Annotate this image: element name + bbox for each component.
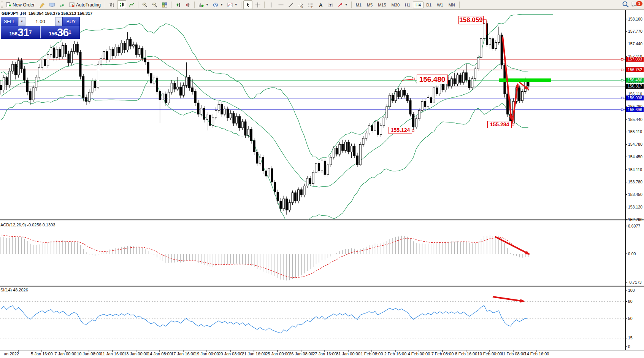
chart-shift-button[interactable] bbox=[183, 0, 192, 9]
ohlc-values: 156.354 156.375 156.213 156.317 bbox=[29, 11, 92, 16]
trendline-icon bbox=[288, 2, 294, 8]
chevron-down-icon: ▼ bbox=[345, 3, 348, 6]
trendline-button[interactable] bbox=[286, 0, 295, 9]
shapes-button[interactable]: ▼ bbox=[336, 0, 349, 9]
toolbar-handle bbox=[1, 2, 3, 8]
timeframe-h1[interactable]: H1 bbox=[402, 2, 413, 8]
crosshair-button[interactable] bbox=[253, 0, 262, 9]
timeframe-h4[interactable]: H4 bbox=[413, 2, 424, 8]
cursor-button[interactable] bbox=[243, 0, 252, 9]
time-axis-label: 13 Jan 00:00 bbox=[124, 352, 148, 356]
indicators-icon bbox=[198, 2, 204, 8]
hline-button[interactable] bbox=[276, 0, 286, 9]
chevron-down-icon: ▼ bbox=[235, 3, 238, 6]
rsi-axis-tick: 80 bbox=[628, 299, 633, 304]
timeframe-w1[interactable]: W1 bbox=[434, 2, 446, 8]
tile-windows-button[interactable] bbox=[160, 0, 169, 9]
price-axis-tick: 152.790 bbox=[628, 217, 642, 222]
periods-button[interactable]: ▼ bbox=[211, 0, 225, 9]
time-axis-label: 7 Feb 08:00 bbox=[431, 352, 454, 356]
label-158-059[interactable]: 158.059 bbox=[458, 16, 484, 24]
volume-increase-button[interactable]: ▲ bbox=[55, 17, 62, 26]
toolbar-separator bbox=[105, 2, 105, 8]
bar-chart-button[interactable] bbox=[107, 0, 116, 9]
volume-decrease-button[interactable]: ▼ bbox=[18, 17, 25, 26]
rsi-axis-tick: 15 bbox=[628, 336, 633, 340]
text-button[interactable]: A bbox=[316, 0, 325, 9]
zoom-out-button[interactable] bbox=[150, 0, 159, 9]
chart-canvas[interactable]: 158.100157.770157.440157.110156.780156.4… bbox=[0, 0, 644, 358]
timeframe-mn[interactable]: MN bbox=[446, 2, 458, 8]
one-click-trading-panel: SELL ▼ ▲ BUY 156317 156361 bbox=[1, 17, 80, 39]
time-axis-label: 11 Feb 08:00 bbox=[501, 352, 525, 356]
chevron-down-icon: ▼ bbox=[206, 3, 209, 6]
sell-button[interactable]: SELL bbox=[1, 17, 18, 26]
timeframe-m15[interactable]: M15 bbox=[375, 2, 389, 8]
label-155-124[interactable]: 155.124 bbox=[389, 127, 412, 134]
templates-button[interactable]: ▼ bbox=[225, 0, 239, 9]
vline-button[interactable] bbox=[266, 0, 276, 9]
time-axis-label: 26 Jan 08:00 bbox=[289, 352, 313, 356]
price-axis-tick: 155.110 bbox=[628, 129, 642, 134]
new-order-icon bbox=[5, 2, 11, 8]
candlestick-button[interactable] bbox=[117, 0, 126, 9]
line-chart-button[interactable] bbox=[127, 0, 136, 9]
label-button[interactable]: T bbox=[326, 0, 335, 9]
time-axis-label: 2 Feb 16:00 bbox=[384, 352, 407, 356]
zoom-out-icon bbox=[152, 2, 158, 8]
time-axis-label: 21 Jan 16:00 bbox=[242, 352, 266, 356]
new-order-button[interactable]: New Order bbox=[4, 0, 37, 9]
mt4-window: New OrderAutoTrading▼▼▼EFAT▼M1M5M15M30H1… bbox=[0, 0, 644, 358]
hline-icon bbox=[278, 2, 284, 8]
timeframe-m5[interactable]: M5 bbox=[364, 2, 375, 8]
metaeditor-button[interactable] bbox=[48, 0, 57, 9]
toolbar-separator bbox=[241, 2, 241, 8]
label-155-284[interactable]: 155.284 bbox=[487, 121, 512, 128]
buy-price[interactable]: 156361 bbox=[41, 26, 79, 38]
price-axis-tick: 154.110 bbox=[628, 167, 642, 172]
fibonacci-button[interactable]: F bbox=[306, 0, 315, 9]
time-axis-label: 14 Jan 08:00 bbox=[148, 352, 172, 356]
volume-input[interactable] bbox=[25, 17, 55, 26]
price-axis-tick: 153.450 bbox=[628, 192, 642, 197]
notifications-button[interactable]: 1 bbox=[631, 1, 642, 9]
timeframe-d1[interactable]: D1 bbox=[424, 2, 434, 8]
indicators-button[interactable]: ▼ bbox=[197, 0, 210, 9]
autotrading-icon bbox=[69, 2, 75, 8]
search-icon[interactable] bbox=[622, 1, 629, 9]
price-axis-tick: 154.450 bbox=[628, 154, 642, 159]
time-axis-label: 31 Jan 00:00 bbox=[336, 352, 360, 356]
zoom-in-icon bbox=[142, 2, 148, 8]
tile-windows-icon bbox=[162, 2, 168, 8]
toolbar-separator bbox=[171, 2, 171, 8]
profiles-button[interactable] bbox=[38, 0, 47, 9]
sell-price[interactable]: 156317 bbox=[1, 26, 41, 38]
autotrading-button[interactable]: AutoTrading bbox=[67, 0, 103, 9]
crosshair-icon bbox=[255, 2, 261, 8]
zoom-in-button[interactable] bbox=[140, 0, 149, 9]
timeframe-m30[interactable]: M30 bbox=[389, 2, 402, 8]
channel-button[interactable]: E bbox=[296, 0, 305, 9]
auto-scroll-button[interactable] bbox=[173, 0, 182, 9]
time-axis-label: 7 Jan 00:00 bbox=[54, 352, 76, 356]
svg-text:T: T bbox=[329, 3, 332, 7]
timeframe-m1[interactable]: M1 bbox=[353, 2, 364, 8]
time-axis-label: 20 Jan 08:00 bbox=[218, 352, 243, 356]
chevron-down-icon: ▼ bbox=[220, 3, 223, 6]
price-axis-tick: 153.120 bbox=[628, 205, 642, 209]
signals-button[interactable] bbox=[57, 0, 67, 9]
rsi-axis-tick: 100 bbox=[628, 288, 635, 293]
cursor-icon bbox=[245, 2, 251, 8]
buy-button[interactable]: BUY bbox=[62, 17, 79, 26]
rsi-axis-tick: 50 bbox=[628, 316, 633, 321]
price-axis-tick: 158.100 bbox=[628, 17, 642, 21]
vline-icon bbox=[268, 2, 274, 8]
metaeditor-icon bbox=[49, 2, 55, 8]
toolbar-separator bbox=[264, 2, 265, 8]
label-156-480[interactable]: 156.480 bbox=[417, 75, 448, 84]
time-axis-label: 5 Jan 16:00 bbox=[31, 352, 53, 356]
price-axis-tick: 153.780 bbox=[628, 180, 642, 184]
channel-icon: E bbox=[298, 2, 304, 8]
macd-axis-tick: 0.6977 bbox=[628, 224, 640, 228]
macd-axis-tick: -0.7173 bbox=[628, 280, 642, 285]
